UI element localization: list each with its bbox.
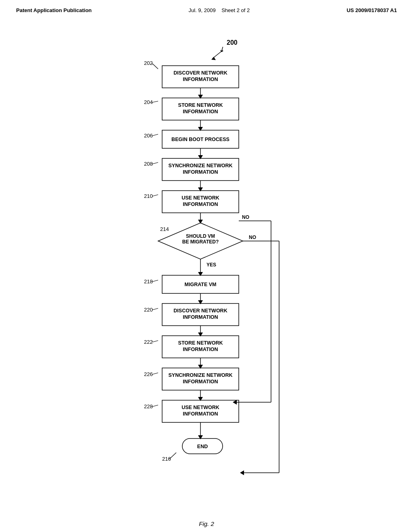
text-222-line1: STORE NETWORK [178,340,223,346]
label-208: 208 [144,161,153,167]
text-226-line1: SYNCHRONIZE NETWORK [168,372,232,378]
label-no: NO [249,235,256,240]
text-208-line1: SYNCHRONIZE NETWORK [168,163,232,168]
svg-text:↙: ↙ [217,44,227,54]
label-202: 202 [144,60,153,66]
page-header: Patent Application Publication Jul. 9, 2… [0,0,413,13]
svg-marker-2 [211,57,216,60]
fig-caption: Fig. 2 [0,520,413,527]
label-214: 214 [160,226,169,232]
header-sheet: Sheet 2 of 2 [221,7,250,13]
text-202-line2: INFORMATION [183,77,218,82]
text-210-line1: USE NETWORK [181,195,219,201]
svg-line-11 [152,195,158,196]
label-204: 204 [144,99,153,105]
svg-line-3 [152,63,158,69]
svg-line-15 [152,280,158,282]
label-206: 206 [144,133,153,139]
text-222-line2: INFORMATION [183,347,218,352]
svg-line-1 [213,50,223,58]
text-208-line2: INFORMATION [183,169,218,175]
header-center: Jul. 9, 2009 Sheet 2 of 2 [188,7,250,13]
text-214-line2: BE MIGRATED? [182,239,219,245]
text-220-line1: DISCOVER NETWORK [173,308,227,314]
header-date: Jul. 9, 2009 [188,7,215,13]
text-214-line1: SHOULD VM [186,233,215,239]
label-220: 220 [144,307,153,313]
text-216: END [197,444,208,449]
text-226-line2: INFORMATION [183,379,218,384]
svg-line-21 [152,373,158,374]
svg-line-5 [152,101,158,102]
svg-line-7 [152,134,158,136]
text-228-line2: INFORMATION [183,411,218,417]
text-204-line1: STORE NETWORK [178,102,223,108]
text-218: MIGRATE VM [185,282,217,287]
text-228-line1: USE NETWORK [181,405,219,410]
text-220-line2: INFORMATION [183,314,218,320]
svg-line-17 [152,308,158,310]
text-210-line2: INFORMATION [183,202,218,207]
diagram-area: 200 ↙ 202 DISCOVER NETWORK INFORMATION 2… [65,13,348,517]
fig-label: Fig. 2 [199,520,214,527]
svg-line-9 [152,162,158,164]
label-228: 228 [144,403,153,409]
svg-marker-14 [240,470,244,475]
svg-line-23 [152,405,158,407]
text-202-line1: DISCOVER NETWORK [173,70,227,76]
label-226: 226 [144,371,153,377]
label-yes: YES [206,262,216,268]
svg-line-19 [152,341,158,342]
label-222: 222 [144,339,153,345]
text-206: BEGIN BOOT PROCESS [171,137,229,142]
label-218: 218 [144,278,153,285]
text-204-line2: INFORMATION [183,109,218,114]
flowchart-svg: 200 ↙ 202 DISCOVER NETWORK INFORMATION 2… [69,33,344,517]
label-210: 210 [144,193,153,199]
diagram-number: 200 [227,39,238,46]
header-right: US 2009/0178037 A1 [346,7,397,13]
header-left: Patent Application Publication [16,7,92,13]
